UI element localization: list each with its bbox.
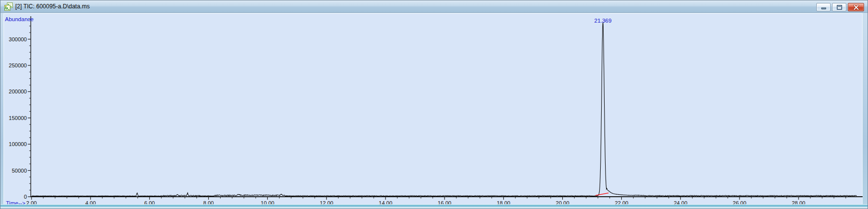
tic-trace — [32, 22, 857, 196]
y-tick-label: 150000 — [9, 115, 27, 121]
close-icon — [853, 4, 859, 10]
window-title: [2] TIC: 600095-a.D\data.ms — [15, 0, 90, 13]
tic-chart: 0500001000001500002000002500003000002.00… — [4, 14, 863, 205]
peak-rt-label: 21.369 — [594, 18, 611, 24]
restore-button[interactable] — [832, 3, 846, 11]
chromatogram-icon — [4, 2, 13, 11]
restore-icon — [836, 4, 842, 10]
minimize-button[interactable] — [816, 3, 831, 11]
window-titlebar[interactable]: [2] TIC: 600095-a.D\data.ms — [0, 0, 868, 13]
y-axis-title: Abundance — [5, 16, 33, 22]
y-tick-label: 0 — [24, 194, 27, 200]
close-button[interactable] — [848, 3, 864, 11]
minimize-icon — [821, 4, 826, 10]
peak-integration-baseline — [596, 193, 609, 195]
y-tick-label: 100000 — [9, 141, 27, 147]
y-tick-label: 250000 — [9, 62, 27, 68]
y-tick-label: 300000 — [9, 36, 27, 42]
y-tick-label: 200000 — [9, 89, 27, 94]
chromatogram-window: [2] TIC: 600095-a.D\data.ms — [0, 0, 868, 209]
window-controls — [816, 3, 864, 11]
y-tick-label: 50000 — [12, 168, 27, 174]
window-bottom-frame — [0, 204, 868, 209]
chromatogram-plot-area[interactable]: 0500001000001500002000002500003000002.00… — [3, 13, 863, 205]
